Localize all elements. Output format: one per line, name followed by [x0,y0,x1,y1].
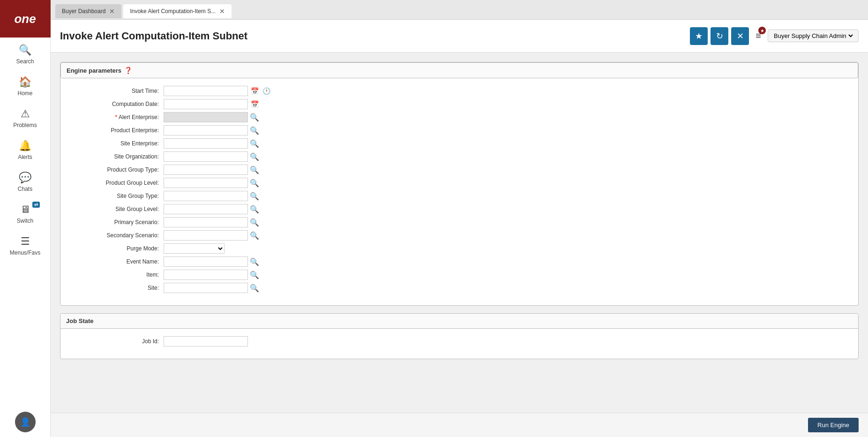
search-icon-site-group-level[interactable]: 🔍 [250,205,259,214]
sidebar-item-home[interactable]: 🏠 Home [0,69,50,101]
role-select[interactable]: Buyer Supply Chain Admin Admin Manager [772,32,854,40]
label-primary-scenario: Primary Scenario: [70,219,164,226]
search-icon-secondary-scenario[interactable]: 🔍 [250,231,259,240]
problems-icon: ⚠ [21,108,30,120]
label-item: Item: [70,271,164,278]
tab-invoke-alert[interactable]: Invoke Alert Computation-Item S... ✕ [123,4,232,18]
input-wrapper-product-group-level: 🔍 [164,178,259,188]
role-selector[interactable]: Buyer Supply Chain Admin Admin Manager [768,30,859,42]
input-wrapper-product-enterprise: 🔍 [164,125,259,136]
row-secondary-scenario: Secondary Scenario: 🔍 [70,230,849,241]
label-site-enterprise: Site Enterprise: [70,140,164,147]
search-icon-item[interactable]: 🔍 [250,271,259,279]
row-site: Site: 🔍 [70,283,849,293]
sidebar-bottom: 👤 [15,412,36,437]
engine-parameters-legend: Engine parameters ❓ [60,62,858,78]
input-product-enterprise[interactable] [164,125,248,136]
row-product-group-level: Product Group Level: 🔍 [70,178,849,188]
tab-buyer-dashboard[interactable]: Buyer Dashboard ✕ [55,4,121,18]
search-icon-site-group-type[interactable]: 🔍 [250,192,259,201]
row-start-time: Start Time: 📅 🕐 [70,86,849,96]
search-icon-site-organization[interactable]: 🔍 [250,152,259,161]
input-site-group-level[interactable] [164,204,248,214]
input-wrapper-site-enterprise: 🔍 [164,138,259,149]
menu-button[interactable]: ≡ ★ [752,29,765,43]
input-item[interactable] [164,270,248,280]
input-wrapper-alert-enterprise: 🔍 [164,112,259,122]
select-purge-mode[interactable]: Option 1 Option 2 [164,243,224,254]
calendar-icon-computation-date[interactable]: 📅 [250,100,260,108]
page-header: Invoke Alert Computation-Item Subnet ★ ↻… [51,20,868,53]
sidebar-item-search[interactable]: 🔍 Search [0,38,50,69]
menus-icon: ☰ [21,235,30,248]
row-product-enterprise: Product Enterprise: 🔍 [70,125,849,136]
job-state-legend: Job State [60,314,858,329]
search-icon-product-enterprise[interactable]: 🔍 [250,126,259,135]
clock-icon-start-time[interactable]: 🕐 [262,87,271,95]
input-product-group-type[interactable] [164,165,248,175]
input-wrapper-site-group-type: 🔍 [164,191,259,201]
label-start-time: Start Time: [70,88,164,94]
label-site-group-type: Site Group Type: [70,193,164,199]
label-site: Site: [70,285,164,291]
input-job-id[interactable] [164,336,248,347]
label-product-group-type: Product Group Type: [70,166,164,173]
row-site-organization: Site Organization: 🔍 [70,151,849,162]
input-start-time[interactable] [164,86,248,96]
sidebar-item-problems[interactable]: ⚠ Problems [0,101,50,133]
search-icon-product-group-level[interactable]: 🔍 [250,179,259,188]
search-icon-site[interactable]: 🔍 [250,284,259,293]
run-engine-button[interactable]: Run Engine [808,418,859,432]
label-job-id: Job Id: [70,338,164,345]
star-button[interactable]: ★ [690,27,708,45]
switch-icon: 🖥 [20,203,30,216]
search-icon-alert-enterprise[interactable]: 🔍 [250,113,259,122]
refresh-button[interactable]: ↻ [711,27,728,45]
input-secondary-scenario[interactable] [164,230,248,241]
search-icon-event-name[interactable]: 🔍 [250,257,259,266]
input-wrapper-product-group-type: 🔍 [164,165,259,175]
row-site-enterprise: Site Enterprise: 🔍 [70,138,849,149]
row-item: Item: 🔍 [70,270,849,280]
input-computation-date[interactable] [164,99,248,109]
input-product-group-level[interactable] [164,178,248,188]
sidebar-item-chats[interactable]: 💬 Chats [0,165,50,197]
input-wrapper-start-time: 📅 🕐 [164,86,271,96]
label-site-group-level: Site Group Level: [70,206,164,212]
close-page-button[interactable]: ✕ [731,27,749,45]
sidebar: one 🔍 Search 🏠 Home ⚠ Problems 🔔 Alerts … [0,0,51,437]
tab-close-buyer-dashboard[interactable]: ✕ [109,8,115,15]
input-site[interactable] [164,283,248,293]
label-site-organization: Site Organization: [70,153,164,160]
menu-badge: ★ [758,27,766,34]
sidebar-item-alerts[interactable]: 🔔 Alerts [0,133,50,165]
user-avatar[interactable]: 👤 [15,412,36,432]
input-wrapper-item: 🔍 [164,270,259,280]
header-actions: ★ ↻ ✕ ≡ ★ Buyer Supply Chain Admin Admin… [690,27,859,45]
search-icon-primary-scenario[interactable]: 🔍 [250,218,259,227]
input-wrapper-site-group-level: 🔍 [164,204,259,214]
sidebar-item-menus[interactable]: ☰ Menus/Favs [0,229,50,261]
search-icon-site-enterprise[interactable]: 🔍 [250,139,259,148]
input-site-organization[interactable] [164,151,248,162]
label-event-name: Event Name: [70,258,164,265]
tab-close-invoke-alert[interactable]: ✕ [219,8,225,15]
sidebar-item-switch[interactable]: ⇄ 🖥 Switch [0,197,50,229]
row-site-group-type: Site Group Type: 🔍 [70,191,849,201]
input-primary-scenario[interactable] [164,217,248,227]
label-computation-date: Computation Date: [70,101,164,107]
label-purge-mode: Purge Mode: [70,245,164,252]
app-logo[interactable]: one [0,0,51,38]
page-title: Invoke Alert Computation-Item Subnet [60,30,690,42]
search-icon-product-group-type[interactable]: 🔍 [250,166,259,174]
job-state-section: Job State Job Id: [60,313,859,359]
input-event-name[interactable] [164,256,248,267]
calendar-icon-start-time[interactable]: 📅 [250,87,260,95]
input-site-enterprise[interactable] [164,138,248,149]
switch-badge: ⇄ [32,202,40,208]
row-primary-scenario: Primary Scenario: 🔍 [70,217,849,227]
tab-bar: Buyer Dashboard ✕ Invoke Alert Computati… [51,0,868,20]
input-alert-enterprise[interactable] [164,112,248,122]
input-site-group-type[interactable] [164,191,248,201]
help-icon[interactable]: ❓ [124,67,132,74]
